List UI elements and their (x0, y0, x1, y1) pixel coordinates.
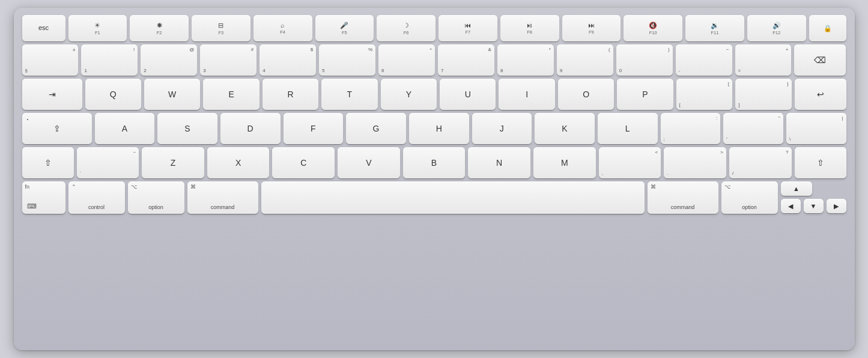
keyboard: esc ☀ F1 ✺ F2 ⊟ F3 ⌕ F4 🎤 F5 ☽ F6 ⏮ F7 (14, 8, 855, 350)
key-semicolon[interactable]: : ; (661, 113, 721, 144)
key-f6[interactable]: ☽ F6 (377, 15, 436, 41)
key-c[interactable]: C (272, 147, 335, 178)
key-2[interactable]: @ 2 (141, 44, 197, 76)
key-minus[interactable]: − - (676, 44, 732, 76)
key-arrow-left[interactable]: ◀ (781, 199, 801, 213)
key-l[interactable]: L (598, 113, 658, 144)
key-f3[interactable]: ⊟ F3 (192, 15, 250, 41)
key-u[interactable]: U (440, 79, 496, 110)
key-period[interactable]: > . (664, 147, 726, 178)
bottom-row: fn ⌨ ⌃ control ⌥ option ⌘ command ⌘ comm… (22, 181, 846, 214)
key-7[interactable]: & 7 (438, 44, 494, 76)
key-x[interactable]: X (207, 147, 270, 178)
key-option-right[interactable]: ⌥ option (721, 181, 778, 214)
key-command-left[interactable]: ⌘ command (187, 181, 258, 214)
key-r[interactable]: R (263, 79, 318, 110)
key-k[interactable]: K (535, 113, 595, 144)
key-4[interactable]: $ 4 (259, 44, 316, 76)
key-a[interactable]: A (95, 113, 155, 144)
key-w[interactable]: W (144, 79, 200, 110)
key-option-left[interactable]: ⌥ option (128, 181, 184, 214)
key-f2[interactable]: ✺ F2 (130, 15, 189, 41)
key-backslash[interactable]: | \ (786, 113, 846, 144)
key-control[interactable]: ⌃ control (68, 181, 125, 214)
key-arrow-up[interactable]: ▲ (781, 181, 812, 196)
key-m[interactable]: M (533, 147, 596, 178)
key-f[interactable]: F (284, 113, 344, 144)
arrow-up-row: ▲ (781, 181, 846, 196)
key-shift-right[interactable]: ⇧ (795, 147, 846, 178)
key-8[interactable]: * 8 (497, 44, 554, 76)
key-f7[interactable]: ⏮ F7 (439, 15, 497, 41)
key-f8[interactable]: ⏯ F8 (500, 15, 559, 41)
key-shift-left[interactable]: ⇧ (22, 147, 74, 178)
key-lock[interactable]: 🔒 (809, 15, 846, 41)
number-row: ± § ! 1 @ 2 # 3 $ 4 % 5 ^ 6 & 7 (22, 44, 846, 76)
key-q[interactable]: Q (85, 79, 141, 110)
key-tab[interactable]: ⇥ (22, 79, 82, 110)
key-backspace[interactable]: ⌫ (794, 44, 846, 76)
key-equals[interactable]: + = (735, 44, 792, 76)
key-1[interactable]: ! 1 (81, 44, 138, 76)
key-6[interactable]: ^ 6 (378, 44, 435, 76)
key-p[interactable]: P (617, 79, 673, 110)
key-e[interactable]: E (203, 79, 259, 110)
key-backtick[interactable]: ~ ` (77, 147, 139, 178)
key-b[interactable]: B (403, 147, 466, 178)
key-f12[interactable]: 🔊 F12 (747, 15, 806, 41)
arrow-bottom-row: ◀ ▼ ▶ (781, 199, 846, 213)
key-z[interactable]: Z (142, 147, 204, 178)
key-d[interactable]: D (220, 113, 281, 144)
key-g[interactable]: G (346, 113, 406, 144)
key-s[interactable]: S (157, 113, 217, 144)
key-f5[interactable]: 🎤 F5 (315, 15, 374, 41)
key-arrow-right[interactable]: ▶ (827, 199, 846, 213)
key-f11[interactable]: 🔉 F11 (685, 15, 744, 41)
key-n[interactable]: N (468, 147, 530, 178)
arrow-cluster: ▲ ◀ ▼ ▶ (781, 181, 846, 214)
fn-row: esc ☀ F1 ✺ F2 ⊟ F3 ⌕ F4 🎤 F5 ☽ F6 ⏮ F7 (22, 15, 846, 41)
key-v[interactable]: V (338, 147, 400, 178)
key-9[interactable]: ( 9 (557, 44, 613, 76)
asdf-row: • ⇪ A S D F G H J K L : ; (22, 113, 846, 144)
key-j[interactable]: J (472, 113, 532, 144)
key-open-bracket[interactable]: { [ (676, 79, 732, 110)
key-space[interactable] (261, 181, 645, 214)
key-f9[interactable]: ⏭ F9 (562, 15, 621, 41)
key-close-bracket[interactable]: } ] (735, 79, 791, 110)
key-section[interactable]: ± § (22, 44, 79, 76)
key-esc[interactable]: esc (22, 15, 65, 41)
key-5[interactable]: % 5 (319, 44, 375, 76)
key-comma[interactable]: < , (599, 147, 661, 178)
key-y[interactable]: Y (381, 79, 437, 110)
key-o[interactable]: O (558, 79, 614, 110)
key-0[interactable]: ) 0 (616, 44, 673, 76)
key-command-right[interactable]: ⌘ command (648, 181, 718, 214)
key-fn[interactable]: fn ⌨ (22, 181, 65, 214)
zxcv-row: ⇧ ~ ` Z X C V B N M < , > (22, 147, 846, 178)
key-i[interactable]: I (499, 79, 554, 110)
qwerty-row: ⇥ Q W E R T Y U I O P { (22, 79, 846, 110)
key-3[interactable]: # 3 (200, 44, 256, 76)
key-arrow-down[interactable]: ▼ (804, 199, 824, 213)
key-caps-lock[interactable]: • ⇪ (22, 113, 92, 144)
key-return[interactable]: ↩ (795, 79, 846, 110)
key-quote[interactable]: " ' (723, 113, 783, 144)
key-h[interactable]: H (409, 113, 469, 144)
key-t[interactable]: T (321, 79, 377, 110)
key-f4[interactable]: ⌕ F4 (253, 15, 312, 41)
key-slash[interactable]: ? / (729, 147, 792, 178)
key-f1[interactable]: ☀ F1 (68, 15, 127, 41)
key-f10[interactable]: 🔇 F10 (624, 15, 682, 41)
